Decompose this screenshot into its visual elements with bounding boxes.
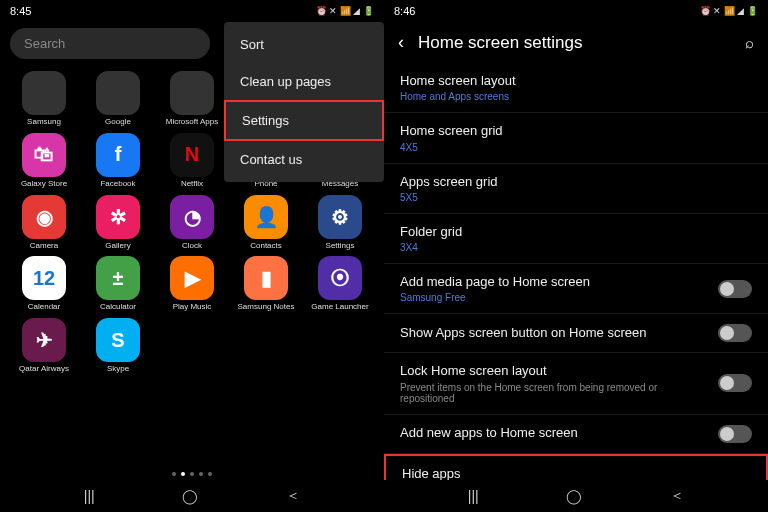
setting-subtitle: Home and Apps screens (400, 91, 752, 102)
app-skype[interactable]: SSkype (82, 318, 154, 374)
app-label: Play Music (173, 303, 212, 312)
nav-back[interactable]: ＜ (670, 487, 684, 505)
app-label: Galaxy Store (21, 180, 67, 189)
context-menu: SortClean up pagesSettingsContact us (224, 22, 384, 182)
phone-left: 8:45 ⏰ ✕ 📶 ◢ 🔋 Search SamsungGoogleMicro… (0, 0, 384, 512)
app-label: Calendar (28, 303, 60, 312)
phone-right: 8:46 ⏰ ✕ 📶 ◢ 🔋 ‹ Home screen settings ⌕ … (384, 0, 768, 512)
app-label: Samsung Notes (238, 303, 295, 312)
nav-recent[interactable]: ||| (84, 488, 95, 504)
app-clock[interactable]: ◔Clock (156, 195, 228, 251)
setting-title: Lock Home screen layout (400, 363, 706, 379)
clock: 8:45 (10, 5, 31, 17)
app-microsoft-apps[interactable]: Microsoft Apps (156, 71, 228, 127)
nav-recent[interactable]: ||| (468, 488, 479, 504)
setting-home-screen-grid[interactable]: Home screen grid4X5 (384, 113, 768, 163)
app-label: Gallery (105, 242, 130, 251)
setting-title: Add new apps to Home screen (400, 425, 706, 441)
app-label: Contacts (250, 242, 282, 251)
search-icon[interactable]: ⌕ (745, 34, 754, 51)
setting-subtitle: Prevent items on the Home screen from be… (400, 382, 706, 404)
setting-add-media-page-to-home-screen[interactable]: Add media page to Home screenSamsung Fre… (384, 264, 768, 314)
app-icon: S (96, 318, 140, 362)
app-icon: f (96, 133, 140, 177)
setting-title: Hide apps (402, 466, 750, 481)
settings-header: ‹ Home screen settings ⌕ (384, 22, 768, 63)
status-icons: ⏰ ✕ 📶 ◢ 🔋 (700, 6, 758, 16)
setting-subtitle: Samsung Free (400, 292, 706, 303)
nav-bar: ||| ◯ ＜ (0, 480, 384, 512)
setting-title: Apps screen grid (400, 174, 752, 190)
back-icon[interactable]: ‹ (398, 32, 404, 53)
setting-subtitle: 3X4 (400, 242, 752, 253)
app-netflix[interactable]: NNetflix (156, 133, 228, 189)
setting-title: Home screen grid (400, 123, 752, 139)
setting-title: Folder grid (400, 224, 752, 240)
app-icon: ◉ (22, 195, 66, 239)
app-label: Samsung (27, 118, 61, 127)
menu-clean-up-pages[interactable]: Clean up pages (224, 63, 384, 100)
setting-add-new-apps-to-home-screen[interactable]: Add new apps to Home screen (384, 415, 768, 454)
status-icons: ⏰ ✕ 📶 ◢ 🔋 (316, 6, 374, 16)
nav-back[interactable]: ＜ (286, 487, 300, 505)
setting-show-apps-screen-button-on-home-screen[interactable]: Show Apps screen button on Home screen (384, 314, 768, 353)
app-icon: ± (96, 256, 140, 300)
app-label: Calculator (100, 303, 136, 312)
setting-hide-apps[interactable]: Hide apps (384, 454, 768, 481)
setting-subtitle: 5X5 (400, 192, 752, 203)
settings-list: Home screen layoutHome and Apps screensH… (384, 63, 768, 480)
setting-apps-screen-grid[interactable]: Apps screen grid5X5 (384, 164, 768, 214)
nav-home[interactable]: ◯ (566, 488, 582, 504)
app-label: Netflix (181, 180, 203, 189)
app-label: Qatar Airways (19, 365, 69, 374)
setting-home-screen-layout[interactable]: Home screen layoutHome and Apps screens (384, 63, 768, 113)
page-indicator[interactable] (0, 468, 384, 480)
setting-folder-grid[interactable]: Folder grid3X4 (384, 214, 768, 264)
setting-title: Add media page to Home screen (400, 274, 706, 290)
toggle-switch[interactable] (718, 374, 752, 392)
app-label: Microsoft Apps (166, 118, 218, 127)
app-label: Game Launcher (311, 303, 368, 312)
app-samsung-notes[interactable]: ▮Samsung Notes (230, 256, 302, 312)
app-contacts[interactable]: 👤Contacts (230, 195, 302, 251)
app-icon: ◔ (170, 195, 214, 239)
app-google[interactable]: Google (82, 71, 154, 127)
app-label: Settings (326, 242, 355, 251)
menu-settings[interactable]: Settings (224, 100, 384, 141)
toggle-switch[interactable] (718, 324, 752, 342)
nav-home[interactable]: ◯ (182, 488, 198, 504)
search-input[interactable]: Search (10, 28, 210, 59)
nav-bar: ||| ◯ ＜ (384, 480, 768, 512)
app-label: Facebook (100, 180, 135, 189)
app-play-music[interactable]: ▶Play Music (156, 256, 228, 312)
app-icon (96, 71, 140, 115)
app-icon: ▶ (170, 256, 214, 300)
app-label: Camera (30, 242, 58, 251)
app-camera[interactable]: ◉Camera (8, 195, 80, 251)
menu-contact-us[interactable]: Contact us (224, 141, 384, 178)
app-gallery[interactable]: ✲Gallery (82, 195, 154, 251)
setting-title: Show Apps screen button on Home screen (400, 325, 706, 341)
app-samsung[interactable]: Samsung (8, 71, 80, 127)
app-game-launcher[interactable]: ⦿Game Launcher (304, 256, 376, 312)
app-facebook[interactable]: fFacebook (82, 133, 154, 189)
app-qatar-airways[interactable]: ✈Qatar Airways (8, 318, 80, 374)
setting-subtitle: 4X5 (400, 142, 752, 153)
app-calendar[interactable]: 12Calendar (8, 256, 80, 312)
toggle-switch[interactable] (718, 280, 752, 298)
app-settings[interactable]: ⚙Settings (304, 195, 376, 251)
app-label: Clock (182, 242, 202, 251)
app-icon: ✈ (22, 318, 66, 362)
app-icon: 🛍 (22, 133, 66, 177)
app-icon (22, 71, 66, 115)
toggle-switch[interactable] (718, 425, 752, 443)
menu-sort[interactable]: Sort (224, 26, 384, 63)
app-label: Skype (107, 365, 129, 374)
statusbar: 8:45 ⏰ ✕ 📶 ◢ 🔋 (0, 0, 384, 22)
app-icon: ▮ (244, 256, 288, 300)
page-title: Home screen settings (418, 33, 731, 53)
setting-lock-home-screen-layout[interactable]: Lock Home screen layoutPrevent items on … (384, 353, 768, 414)
app-label: Google (105, 118, 131, 127)
app-galaxy-store[interactable]: 🛍Galaxy Store (8, 133, 80, 189)
app-calculator[interactable]: ±Calculator (82, 256, 154, 312)
